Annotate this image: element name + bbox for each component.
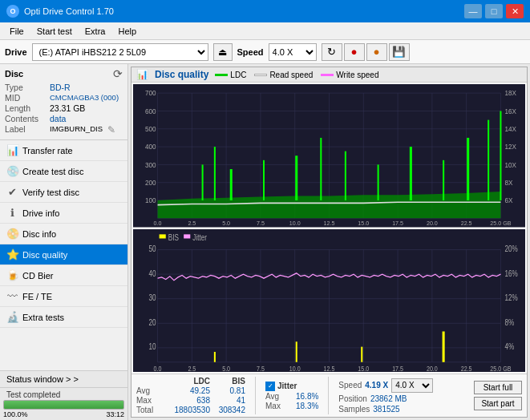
- samples-label: Samples: [338, 405, 370, 414]
- minimize-button[interactable]: —: [464, 4, 482, 18]
- charts-container: 700 600 500 400 300 200 100 18X 16X 14X …: [131, 83, 527, 374]
- bis-total: 308342: [213, 406, 245, 414]
- svg-text:16%: 16%: [505, 269, 518, 277]
- disc-panel-title: Disc: [5, 69, 23, 79]
- sidebar-item-verify-test-disc[interactable]: ✔ Verify test disc: [0, 182, 127, 203]
- legend-write-speed: Write speed: [321, 71, 378, 79]
- svg-text:400: 400: [145, 143, 156, 151]
- svg-text:50: 50: [148, 244, 156, 253]
- disc-refresh-icon[interactable]: ⟳: [113, 67, 123, 80]
- status-window-button[interactable]: Status window > >: [0, 371, 127, 388]
- sidebar-item-disc-quality[interactable]: ⭐ Disc quality: [0, 244, 127, 265]
- write-speed-label: Write speed: [336, 71, 378, 79]
- write-speed-color: [321, 74, 334, 76]
- jitter-max: 18.3%: [296, 402, 318, 410]
- svg-text:20.0: 20.0: [427, 220, 438, 227]
- dq-title: Disc quality: [155, 69, 208, 80]
- extra-tests-icon: 🔬: [6, 311, 18, 323]
- svg-text:4%: 4%: [505, 342, 515, 351]
- elapsed-time: 33:12: [106, 410, 124, 418]
- progress-fill: [4, 401, 123, 409]
- sidebar-item-cd-bier[interactable]: 🍺 CD Bier: [0, 265, 127, 286]
- bis-max: 41: [213, 396, 245, 405]
- drive-info-icon: ℹ: [6, 207, 18, 219]
- svg-text:15.0: 15.0: [358, 365, 369, 372]
- svg-text:20.0: 20.0: [427, 365, 438, 372]
- start-part-button[interactable]: Start part: [474, 397, 522, 410]
- eject-button[interactable]: ⏏: [213, 43, 233, 61]
- dq-header: 📊 Disc quality LDC Read speed Write spee…: [131, 67, 527, 83]
- maximize-button[interactable]: □: [485, 4, 503, 18]
- svg-text:7.5: 7.5: [257, 365, 265, 372]
- svg-text:8X: 8X: [505, 179, 513, 187]
- total-label: Total: [136, 406, 164, 414]
- svg-text:17.5: 17.5: [392, 220, 403, 227]
- sidebar-item-label: FE / TE: [22, 292, 52, 301]
- disc-mid-val: CMCMAGBA3 (000): [50, 93, 119, 103]
- disc-label-label: Label: [5, 124, 47, 135]
- save-button[interactable]: 💾: [389, 43, 410, 61]
- svg-text:20%: 20%: [505, 244, 518, 253]
- red-circle-button[interactable]: ●: [344, 43, 365, 61]
- svg-text:25.0 GB: 25.0 GB: [490, 220, 511, 227]
- sidebar-item-label: Disc info: [22, 229, 56, 239]
- refresh-button[interactable]: ↻: [322, 43, 342, 61]
- close-button[interactable]: ✕: [506, 4, 524, 18]
- jitter-max-label: Max: [265, 402, 293, 410]
- svg-text:10: 10: [148, 342, 156, 351]
- disc-edit-icon[interactable]: ✎: [107, 124, 115, 135]
- app-title: Opti Drive Control 1.70: [24, 6, 114, 16]
- disc-mid-label: MID: [5, 93, 47, 103]
- svg-text:700: 700: [145, 89, 156, 97]
- sidebar-item-disc-info[interactable]: 📀 Disc info: [0, 224, 127, 244]
- ldc-max: 638: [167, 396, 210, 405]
- svg-text:22.5: 22.5: [461, 220, 472, 227]
- menu-extra[interactable]: Extra: [79, 25, 112, 38]
- title-bar: O Opti Drive Control 1.70 — □ ✕: [0, 0, 530, 22]
- svg-text:15.0: 15.0: [358, 220, 369, 227]
- speed-select[interactable]: 4.0 X: [269, 43, 317, 61]
- disc-contents-label: Contents: [5, 114, 47, 123]
- start-full-button[interactable]: Start full: [474, 381, 522, 394]
- drive-select[interactable]: (E:) ATAPI iHBS212 2 5L09: [32, 43, 208, 61]
- menu-start-test[interactable]: Start test: [30, 25, 79, 38]
- svg-text:12.5: 12.5: [324, 365, 335, 372]
- status-window-label: Status window > >: [6, 374, 79, 384]
- max-label: Max: [136, 396, 164, 405]
- disc-length-val: 23.31 GB: [50, 103, 85, 113]
- disc-quality-icon: ⭐: [6, 248, 18, 260]
- sidebar-item-create-test-disc[interactable]: 💿 Create test disc: [0, 161, 127, 182]
- content-area: 📊 Disc quality LDC Read speed Write spee…: [128, 64, 530, 420]
- position-label: Position: [338, 394, 367, 403]
- speed-value: 4.19 X: [365, 381, 388, 390]
- menu-file[interactable]: File: [3, 25, 30, 38]
- orange-circle-button[interactable]: ●: [366, 43, 387, 61]
- svg-text:8%: 8%: [505, 318, 515, 327]
- sidebar-item-fe-te[interactable]: 〰 FE / TE: [0, 286, 127, 307]
- menu-bar: File Start test Extra Help: [0, 22, 530, 40]
- sidebar-item-label: Verify test disc: [22, 188, 79, 197]
- stats-row: LDC BIS Avg 49.25 0.81 Max 638 41 Tota: [131, 374, 527, 417]
- avg-label: Avg: [136, 386, 164, 395]
- legend-read-speed: Read speed: [254, 71, 313, 79]
- svg-text:22.5: 22.5: [461, 365, 472, 372]
- progress-area: Test completed 100.0% 33:12: [0, 388, 127, 420]
- position-value: 23862 MB: [370, 394, 407, 403]
- sidebar-item-transfer-rate[interactable]: 📊 Transfer rate: [0, 140, 127, 161]
- svg-text:40: 40: [148, 269, 156, 277]
- jitter-checkbox[interactable]: ✓: [265, 382, 275, 391]
- ldc-color: [215, 74, 228, 76]
- speed-select-stat[interactable]: 4.0 X 8.0 X: [391, 378, 433, 393]
- ldc-avg: 49.25: [167, 386, 210, 395]
- svg-text:10.0: 10.0: [289, 220, 301, 227]
- dq-icon: 📊: [136, 69, 148, 80]
- svg-rect-61: [184, 234, 190, 238]
- menu-help[interactable]: Help: [111, 25, 143, 38]
- svg-text:500: 500: [145, 125, 156, 133]
- sidebar-item-label: Transfer rate: [22, 146, 73, 155]
- sidebar-item-drive-info[interactable]: ℹ Drive info: [0, 203, 127, 224]
- disc-quality-panel: 📊 Disc quality LDC Read speed Write spee…: [131, 67, 528, 418]
- disc-label-val: IMGBURN_DIS: [50, 124, 103, 135]
- sidebar-item-extra-tests[interactable]: 🔬 Extra tests: [0, 307, 127, 328]
- nav-section: 📊 Transfer rate 💿 Create test disc ✔ Ver…: [0, 140, 127, 370]
